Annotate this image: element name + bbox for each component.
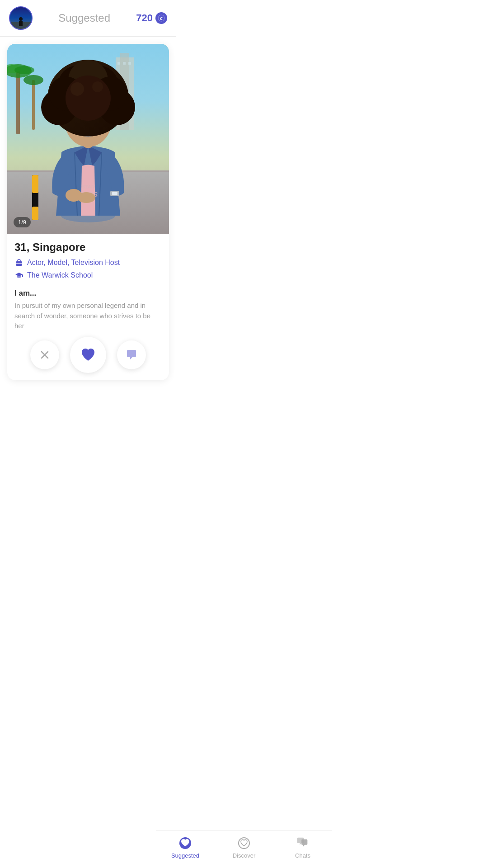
photo-indicator: 1/9: [14, 217, 31, 227]
coin-icon: c: [155, 12, 167, 24]
bottom-nav: Suggested Discover Chats: [156, 830, 176, 868]
coins-display[interactable]: 720 c: [136, 12, 167, 24]
profile-card: STAR WARS: [7, 44, 169, 380]
svg-point-2: [19, 17, 23, 21]
occupation-text: Actor, Model, Television Host: [27, 259, 120, 267]
svg-rect-13: [16, 71, 20, 134]
like-button[interactable]: [70, 337, 106, 373]
svg-rect-23: [32, 193, 38, 207]
skip-button[interactable]: [30, 340, 59, 369]
user-avatar[interactable]: [9, 6, 33, 30]
about-text: In pursuit of my own personal legend and…: [14, 301, 162, 331]
svg-point-49: [70, 82, 84, 96]
about-title: I am...: [14, 289, 162, 298]
profile-occupation: Actor, Model, Television Host: [14, 258, 162, 267]
svg-point-48: [66, 75, 111, 121]
app-header: Suggested 720 c: [0, 0, 176, 37]
profile-age-location: 31, Singapore: [14, 241, 162, 254]
svg-text:STAR: STAR: [81, 184, 94, 189]
profile-info: 31, Singapore Actor, Model, Television H…: [7, 234, 169, 289]
nav-suggested[interactable]: Suggested: [167, 836, 176, 859]
about-section: I am... In pursuit of my own personal le…: [7, 289, 169, 331]
svg-rect-22: [32, 175, 38, 193]
svg-text:c: c: [160, 15, 163, 21]
svg-rect-24: [32, 207, 38, 220]
svg-rect-3: [19, 21, 23, 26]
graduation-icon: [14, 271, 23, 280]
svg-point-18: [23, 75, 43, 85]
coins-count: 720: [136, 12, 153, 24]
action-buttons: [7, 331, 169, 380]
svg-rect-31: [112, 192, 117, 195]
main-content: STAR WARS: [0, 37, 176, 425]
svg-point-16: [14, 66, 34, 74]
nav-suggested-label: Suggested: [171, 852, 176, 859]
page-title: Suggested: [58, 12, 110, 24]
svg-rect-17: [32, 80, 35, 130]
svg-rect-54: [22, 274, 23, 277]
school-text: The Warwick School: [27, 271, 93, 279]
svg-point-29: [77, 192, 95, 203]
profile-image[interactable]: STAR WARS: [7, 44, 169, 234]
svg-rect-11: [123, 62, 126, 65]
svg-point-50: [92, 81, 103, 92]
profile-school: The Warwick School: [14, 271, 162, 280]
message-button[interactable]: [117, 340, 146, 369]
briefcase-icon: [14, 258, 23, 267]
svg-rect-10: [117, 62, 120, 65]
svg-rect-12: [128, 62, 131, 65]
